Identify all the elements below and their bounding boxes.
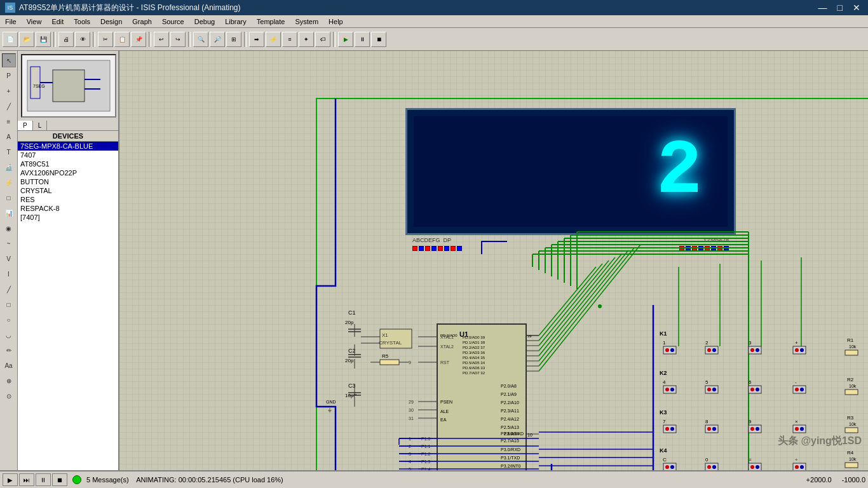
tape-record[interactable]: ◉ — [2, 221, 16, 235]
device-item-7seg-mpx8-ca-blue[interactable]: 7SEG-MPX8-CA-BLUE — [18, 142, 118, 151]
line-draw[interactable]: ╱ — [2, 282, 16, 296]
device-item-res[interactable]: RES — [18, 195, 118, 204]
maximize-button[interactable]: □ — [835, 3, 845, 13]
origin-set[interactable]: ⊙ — [2, 389, 16, 403]
device-item-respack-8[interactable]: RESPACK-8 — [18, 204, 118, 213]
svg-point-133 — [800, 388, 804, 391]
bus-tool[interactable]: ≡ — [282, 32, 297, 47]
menu-template[interactable]: Template — [252, 15, 290, 27]
svg-rect-174 — [845, 350, 858, 355]
tab-p[interactable]: P — [18, 121, 33, 130]
app-title: AT89S52单片机简易计算器的设计 - ISIS Professional (… — [19, 3, 241, 13]
current-probe[interactable]: I — [2, 267, 16, 281]
svg-point-166 — [795, 465, 799, 469]
wire-place[interactable]: ╱ — [2, 99, 16, 113]
pause-button-status[interactable]: ⏸ — [36, 473, 51, 486]
box-draw[interactable]: □ — [2, 297, 16, 311]
svg-text:GND: GND — [326, 400, 336, 404]
svg-line-244 — [539, 248, 634, 366]
symbol-draw[interactable]: ⊕ — [2, 374, 16, 388]
open-button[interactable]: 📂 — [19, 32, 34, 47]
device-item-avx1206npo22p[interactable]: AVX1206NPO22P — [18, 168, 118, 177]
new-button[interactable]: 📄 — [3, 32, 18, 47]
print-button[interactable]: 🖨 — [58, 32, 74, 47]
canvas-area[interactable]: 2 ABCDEFG DP 12345678 — [119, 51, 868, 470]
component-tool[interactable]: ⚡ — [266, 32, 281, 47]
svg-point-124 — [707, 388, 711, 391]
svg-text:P2.5/A13: P2.5/A13 — [501, 425, 519, 430]
menu-help[interactable]: Help — [323, 15, 348, 27]
text-place[interactable]: T — [2, 145, 16, 159]
menu-graph[interactable]: Graph — [127, 15, 157, 27]
path-draw[interactable]: ✏ — [2, 343, 16, 357]
run-button[interactable]: ▶ — [338, 32, 353, 47]
pause-button[interactable]: ⏸ — [355, 32, 370, 47]
device-item-crystal[interactable]: CRYSTAL — [18, 186, 118, 195]
cut-button[interactable]: ✂ — [98, 32, 113, 47]
svg-text:K4: K4 — [660, 447, 667, 454]
menu-tools[interactable]: Tools — [69, 15, 95, 27]
svg-rect-180 — [845, 428, 858, 433]
device-item--7407-[interactable]: [7407] — [18, 213, 118, 222]
save-button[interactable]: 💾 — [36, 32, 51, 47]
copy-button[interactable]: 📋 — [114, 32, 130, 47]
junction-place[interactable]: + — [2, 84, 16, 98]
zoom-in[interactable]: 🔍 — [193, 32, 208, 47]
svg-text:10k: 10k — [849, 384, 857, 388]
step-forward-button[interactable]: ⏭ — [19, 473, 34, 486]
menu-design[interactable]: Design — [95, 15, 127, 27]
svg-point-149 — [795, 427, 799, 431]
component-place[interactable]: P — [2, 69, 16, 83]
label-tool[interactable]: 🏷 — [315, 32, 330, 47]
arc-draw[interactable]: ◡ — [2, 328, 16, 342]
tab-l[interactable]: L — [33, 121, 48, 130]
text-draw[interactable]: Aa — [2, 358, 16, 372]
graph-mode[interactable]: 📊 — [2, 206, 16, 220]
title-bar-left: IS AT89S52单片机简易计算器的设计 - ISIS Professiona… — [5, 3, 241, 13]
svg-text:8: 8 — [705, 419, 709, 424]
generator[interactable]: ~ — [2, 236, 16, 250]
svg-text:10: 10 — [527, 433, 532, 437]
redo-button[interactable]: ↪ — [170, 32, 186, 47]
zoom-fit[interactable]: ⊞ — [226, 32, 241, 47]
stop-button-status[interactable]: ⏹ — [52, 473, 67, 486]
port-tool[interactable]: □ — [2, 191, 16, 205]
svg-text:P2.3/A11: P2.3/A11 — [501, 409, 519, 413]
svg-text:K3: K3 — [660, 409, 667, 416]
menu-library[interactable]: Library — [220, 15, 252, 27]
paste-button[interactable]: 📌 — [131, 32, 146, 47]
play-button[interactable]: ▶ — [3, 473, 18, 486]
menu-source[interactable]: Source — [157, 15, 189, 27]
minimize-button[interactable]: — — [816, 3, 830, 13]
label-place[interactable]: A — [2, 130, 16, 144]
bus-place[interactable]: ≡ — [2, 114, 16, 128]
svg-text:P2.0/A8: P2.0/A8 — [501, 384, 517, 388]
device-item-button[interactable]: BUTTON — [18, 177, 118, 186]
device-item-7407[interactable]: 7407 — [18, 151, 118, 159]
wire-tool[interactable]: ➡ — [249, 32, 264, 47]
voltage-probe[interactable]: V — [2, 252, 16, 266]
window-controls[interactable]: — □ ✕ — [816, 3, 863, 13]
svg-line-240 — [539, 261, 609, 346]
menu-system[interactable]: System — [290, 15, 323, 27]
power-tool[interactable]: ⚡ — [2, 175, 16, 189]
menu-edit[interactable]: Edit — [46, 15, 69, 27]
select-tool[interactable]: ↖ — [2, 53, 16, 67]
stop-button[interactable]: ⏹ — [371, 32, 386, 47]
menu-debug[interactable]: Debug — [189, 15, 220, 27]
svg-point-108 — [712, 348, 716, 352]
menu-view[interactable]: View — [22, 15, 47, 27]
svg-text:P2.4/A12: P2.4/A12 — [501, 417, 519, 421]
zoom-out[interactable]: 🔎 — [210, 32, 225, 47]
svg-point-167 — [800, 465, 804, 469]
circle-draw[interactable]: ○ — [2, 313, 16, 327]
probe-tool[interactable]: 🔬 — [2, 160, 16, 174]
undo-button[interactable]: ↩ — [154, 32, 169, 47]
svg-rect-161 — [749, 463, 761, 470]
junction-tool[interactable]: ✦ — [299, 32, 314, 47]
menu-file[interactable]: File — [0, 15, 22, 27]
device-item-at89c51[interactable]: AT89C51 — [18, 159, 118, 168]
print-preview[interactable]: 👁 — [75, 32, 90, 47]
toolbar-sep-1 — [53, 32, 56, 47]
close-button[interactable]: ✕ — [850, 3, 863, 13]
